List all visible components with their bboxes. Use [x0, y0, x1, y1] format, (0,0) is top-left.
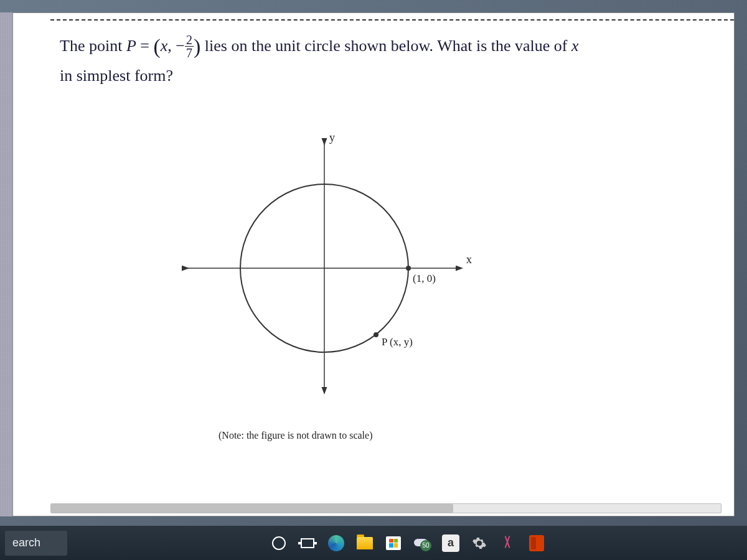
content-panel: The point P = (x, −27) lies on the unit …	[12, 12, 735, 516]
taskbar-icons: 50 a	[266, 531, 549, 556]
snip-tool-icon[interactable]	[496, 531, 520, 556]
point-p	[374, 332, 378, 337]
unit-circle-diagram: y x (1, 0) P (x, y)	[175, 125, 486, 424]
label-p: P (x, y)	[382, 336, 413, 348]
weather-icon[interactable]: 50	[410, 531, 435, 556]
windows-taskbar: earch 50 a	[0, 526, 747, 560]
q-rparen: )	[194, 35, 200, 58]
q-tail: in simplest form?	[60, 67, 173, 85]
figure-note: (Note: the figure is not drawn to scale)	[218, 430, 372, 441]
horizontal-scrollbar[interactable]	[50, 503, 721, 513]
file-explorer-icon[interactable]	[352, 531, 377, 556]
q-fraction: 27	[185, 34, 194, 59]
point-1-0	[406, 266, 411, 271]
cortana-icon[interactable]	[266, 531, 291, 556]
q-xvar: x	[161, 37, 168, 55]
q-mid: lies on the unit circle shown below. Wha…	[200, 37, 571, 55]
weather-temp-badge: 50	[420, 540, 431, 551]
q-lparen: (	[153, 35, 160, 58]
edge-browser-icon[interactable]	[324, 531, 349, 556]
top-divider	[50, 19, 734, 21]
search-text: earch	[12, 536, 40, 549]
taskbar-search[interactable]: earch	[5, 531, 67, 556]
question-text: The point P = (x, −27) lies on the unit …	[60, 32, 721, 88]
y-axis-label: y	[329, 131, 335, 144]
task-view-icon[interactable]	[295, 531, 320, 556]
q-prefix: The point	[60, 37, 126, 55]
q-var-P: P	[126, 37, 136, 55]
settings-gear-icon[interactable]	[467, 531, 492, 556]
x-axis-label: x	[466, 253, 472, 266]
microsoft-store-icon[interactable]	[381, 531, 406, 556]
q-comma: , −	[167, 37, 185, 55]
office-icon[interactable]	[524, 531, 549, 556]
amazon-icon[interactable]: a	[438, 531, 463, 556]
scrollbar-thumb[interactable]	[51, 504, 453, 513]
q-frac-den: 7	[185, 47, 194, 59]
q-frac-num: 2	[185, 34, 194, 47]
label-1-0: (1, 0)	[413, 273, 436, 284]
q-xvar2: x	[571, 37, 579, 55]
q-equals: =	[136, 37, 154, 55]
